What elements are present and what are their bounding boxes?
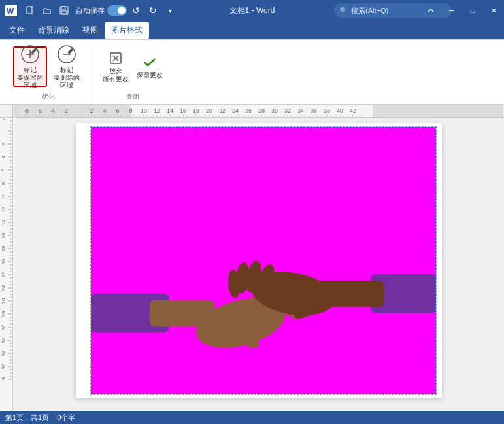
new-file-button[interactable] — [22, 3, 38, 18]
close-button[interactable]: ✕ — [483, 0, 504, 21]
mark-remove-icon — [56, 44, 77, 65]
ribbon-group-close-buttons: 放弃所有更改 保留更改 — [100, 43, 165, 91]
discard-icon — [108, 50, 124, 66]
search-placeholder: 搜索(Alt+Q) — [351, 6, 388, 16]
autosave-area: 自动保存 — [76, 5, 127, 16]
ruler-corner — [0, 105, 13, 118]
ruler-container — [0, 105, 504, 118]
mark-keep-button[interactable]: 标记要保留的区域 — [13, 46, 47, 87]
image-background — [91, 127, 436, 394]
search-icon: 🔍 — [339, 7, 348, 15]
svg-text:W: W — [7, 7, 14, 16]
svg-rect-5 — [61, 11, 67, 14]
title-bar-left: W 自动保存 ↺ ↻ ▾ — [5, 3, 178, 18]
svg-rect-12 — [67, 48, 74, 54]
keep-changes-icon — [142, 54, 158, 70]
maximize-button[interactable]: □ — [462, 0, 483, 21]
horizontal-ruler-canvas — [13, 105, 504, 118]
redo-button[interactable]: ↻ — [145, 3, 161, 18]
group-optimize-label: 优化 — [42, 92, 55, 101]
document-scroll-area[interactable] — [13, 118, 504, 411]
vertical-ruler-canvas — [0, 118, 13, 380]
mark-keep-label: 标记要保留的区域 — [16, 66, 44, 90]
save-button[interactable] — [56, 3, 72, 18]
mark-remove-button[interactable]: 标记要删除的区域 — [50, 46, 84, 87]
mark-keep-icon — [20, 44, 41, 65]
menu-view[interactable]: 视图 — [76, 22, 105, 39]
document-image[interactable] — [90, 126, 437, 395]
open-file-button[interactable] — [39, 3, 55, 18]
window-controls: ─ □ ✕ — [420, 0, 504, 21]
document-page — [76, 123, 442, 398]
ribbon: 标记要保留的区域 标记要删除的区域 优化 — [0, 39, 504, 105]
autosave-toggle[interactable] — [107, 5, 127, 16]
ribbon-group-optimize: 标记要保留的区域 标记要删除的区域 优化 — [5, 43, 92, 101]
hands-illustration — [91, 207, 436, 394]
mark-remove-label: 标记要删除的区域 — [52, 66, 81, 90]
ribbon-collapse-button[interactable] — [420, 0, 441, 21]
toggle-knob — [118, 7, 126, 14]
menu-bar: 文件 背景消除 视图 图片格式 — [0, 21, 504, 39]
customize-quick-access[interactable]: ▾ — [162, 3, 178, 18]
autosave-label: 自动保存 — [76, 6, 105, 16]
svg-rect-2 — [27, 7, 32, 14]
image-container — [86, 126, 442, 395]
svg-rect-4 — [61, 7, 65, 9]
status-bar: 第1页，共1页 0个字 — [0, 411, 504, 424]
group-close-label: 关闭 — [126, 92, 139, 101]
keep-changes-label: 保留更改 — [137, 71, 163, 79]
vertical-ruler — [0, 118, 13, 411]
title-bar: W 自动保存 ↺ ↻ ▾ 文档1 - Word — [0, 0, 504, 21]
svg-rect-9 — [31, 48, 37, 54]
menu-picture-format[interactable]: 图片格式 — [105, 22, 149, 39]
page-info: 第1页，共1页 — [5, 413, 49, 423]
discard-button[interactable]: 放弃所有更改 — [100, 46, 131, 87]
word-app-icon: W — [5, 5, 17, 16]
ribbon-group-close: 放弃所有更改 保留更改 关闭 — [92, 43, 173, 101]
quick-access-toolbar: 自动保存 ↺ ↻ ▾ — [22, 3, 178, 18]
keep-changes-button[interactable]: 保留更改 — [134, 46, 165, 87]
discard-label: 放弃所有更改 — [103, 67, 129, 83]
ribbon-group-optimize-buttons: 标记要保留的区域 标记要删除的区域 — [13, 43, 84, 91]
minimize-button[interactable]: ─ — [441, 0, 462, 21]
window-title: 文档1 - Word — [229, 5, 275, 16]
document-area — [0, 118, 504, 411]
ribbon-content: 标记要保留的区域 标记要删除的区域 优化 — [0, 39, 504, 104]
undo-button[interactable]: ↺ — [128, 3, 144, 18]
title-text: 文档1 - Word — [229, 6, 275, 15]
menu-file[interactable]: 文件 — [3, 22, 31, 39]
horizontal-ruler — [13, 105, 504, 118]
menu-background-remove[interactable]: 背景消除 — [31, 22, 76, 39]
word-count: 0个字 — [57, 413, 75, 423]
